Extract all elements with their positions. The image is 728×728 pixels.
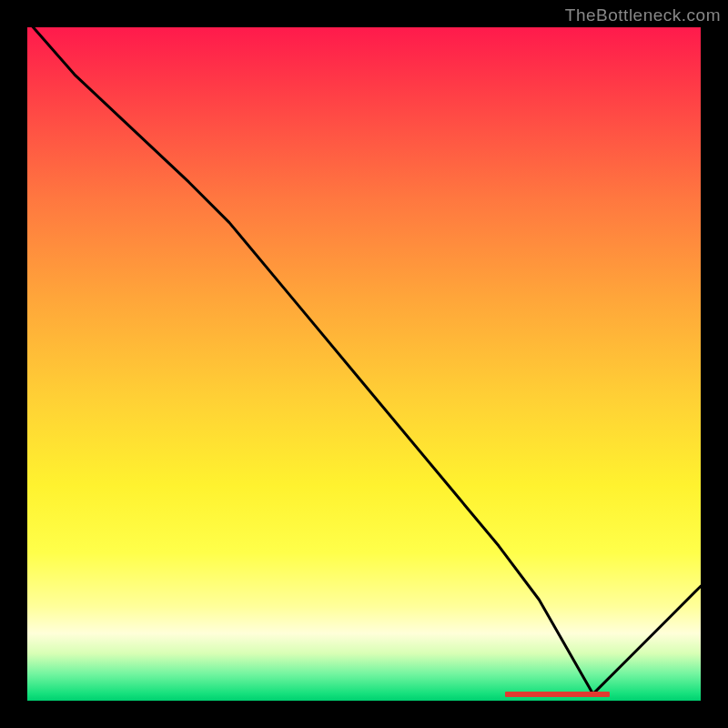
chart-frame: TheBottleneck.com: [0, 0, 728, 728]
watermark-text: TheBottleneck.com: [565, 5, 721, 25]
highlight-marker: [505, 692, 610, 697]
chart-plot-area: [27, 27, 701, 701]
